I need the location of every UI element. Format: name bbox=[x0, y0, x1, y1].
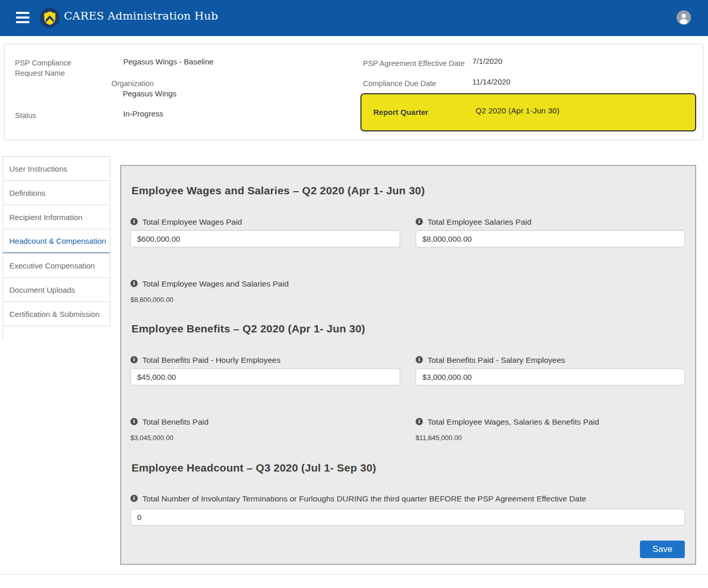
field-total-wages-salaries-benefits: i Total Employee Wages, Salaries & Benef… bbox=[416, 416, 685, 442]
menu-icon[interactable] bbox=[16, 12, 29, 23]
sidebar-item-user-instructions[interactable]: User Instructions bbox=[3, 156, 110, 181]
total-wages-salaries-paid-value: $8,600,000.00 bbox=[130, 296, 400, 304]
status-label: Status bbox=[15, 110, 36, 121]
request-name-value: Pegasus Wings - Baseline bbox=[123, 57, 213, 66]
field-label: Total Benefits Paid - Hourly Employees bbox=[142, 355, 281, 365]
info-icon[interactable]: i bbox=[130, 418, 138, 425]
field-label: Total Employee Wages, Salaries & Benefit… bbox=[427, 416, 599, 427]
field-total-benefits-paid: i Total Benefits Paid $3,045,000.00 bbox=[130, 416, 400, 442]
save-button[interactable]: Save bbox=[640, 541, 685, 558]
sidebar-item-headcount-compensation[interactable]: Headcount & Compensation bbox=[3, 229, 110, 254]
app-header: CARES Administration Hub bbox=[0, 0, 708, 36]
benefits-section-heading: Employee Benefits – Q2 2020 (Apr 1- Jun … bbox=[131, 323, 365, 335]
sidebar-item-label: Certification & Submission bbox=[9, 310, 100, 318]
info-icon[interactable]: i bbox=[130, 495, 138, 502]
benefits-hourly-input[interactable] bbox=[130, 368, 400, 385]
benefits-salary-input[interactable] bbox=[416, 368, 685, 385]
field-label: Total Number of Involuntary Terminations… bbox=[142, 492, 586, 506]
field-label: Total Employee Wages Paid bbox=[142, 216, 242, 227]
field-benefits-hourly: i Total Benefits Paid - Hourly Employees bbox=[130, 355, 400, 385]
sidebar-edge bbox=[3, 326, 110, 340]
field-label: Total Benefits Paid bbox=[142, 416, 208, 427]
info-icon[interactable]: i bbox=[416, 418, 423, 425]
field-label: Total Employee Wages and Salaries Paid bbox=[142, 278, 289, 289]
total-employee-salaries-paid-input[interactable] bbox=[416, 230, 685, 247]
sidebar-item-definitions[interactable]: Definitions bbox=[3, 180, 110, 205]
total-benefits-paid-value: $3,045,000.00 bbox=[130, 434, 400, 442]
sidebar-item-certification-submission[interactable]: Certification & Submission bbox=[3, 301, 110, 326]
sidebar-item-label: User Instructions bbox=[9, 164, 68, 173]
info-icon[interactable]: i bbox=[130, 356, 138, 363]
field-benefits-salary: i Total Benefits Paid - Salary Employees bbox=[416, 355, 685, 385]
field-total-employee-salaries-paid: i Total Employee Salaries Paid bbox=[416, 216, 685, 247]
info-icon[interactable]: i bbox=[416, 356, 423, 363]
sidebar-item-label: Document Uploads bbox=[9, 285, 75, 294]
info-icon[interactable]: i bbox=[130, 218, 138, 225]
sidebar-item-recipient-information[interactable]: Recipient Information bbox=[3, 205, 110, 229]
compliance-summary-panel: PSP Compliance Request Name Pegasus Wing… bbox=[4, 44, 703, 140]
due-date-label: Compliance Due Date bbox=[363, 78, 436, 89]
effective-date-label: PSP Agreement Effective Date bbox=[363, 58, 465, 69]
total-wages-salaries-benefits-value: $11,645,000.00 bbox=[416, 434, 685, 442]
sidebar-item-label: Definitions bbox=[9, 189, 45, 197]
report-quarter-highlight: Report Quarter Q2 2020 (Apr 1-Jun 30) bbox=[360, 93, 696, 131]
sidebar-item-label: Headcount & Compensation bbox=[9, 237, 106, 245]
effective-date-value: 7/1/2020 bbox=[472, 57, 502, 65]
status-value: In-Progress bbox=[123, 109, 163, 118]
sidebar-nav: User Instructions Definitions Recipient … bbox=[3, 156, 110, 340]
headcount-section-heading: Employee Headcount – Q3 2020 (Jul 1- Sep… bbox=[131, 462, 376, 474]
app-title: CARES Administration Hub bbox=[64, 10, 218, 22]
sidebar-item-executive-compensation[interactable]: Executive Compensation bbox=[3, 253, 110, 278]
due-date-value: 11/14/2020 bbox=[472, 77, 511, 86]
sidebar-item-label: Executive Compensation bbox=[9, 261, 95, 270]
bottom-divider bbox=[0, 574, 708, 575]
field-involuntary-terminations: i Total Number of Involuntary Terminatio… bbox=[130, 492, 685, 526]
user-avatar-icon[interactable] bbox=[677, 10, 691, 25]
organization-value: Pegasus Wings bbox=[123, 89, 176, 98]
app-logo-icon bbox=[40, 8, 60, 28]
field-total-employee-wages-paid: i Total Employee Wages Paid bbox=[130, 216, 400, 247]
total-employee-wages-paid-input[interactable] bbox=[130, 230, 400, 247]
report-quarter-value: Q2 2020 (Apr 1-Jun 30) bbox=[475, 106, 559, 115]
request-name-label: PSP Compliance Request Name bbox=[15, 58, 97, 78]
sidebar-item-document-uploads[interactable]: Document Uploads bbox=[3, 277, 110, 302]
organization-label: Organization bbox=[111, 78, 154, 89]
sidebar-item-label: Recipient Information bbox=[9, 213, 83, 222]
wages-section-heading: Employee Wages and Salaries – Q2 2020 (A… bbox=[131, 184, 425, 197]
report-quarter-label: Report Quarter bbox=[373, 108, 429, 116]
info-icon[interactable]: i bbox=[130, 280, 138, 287]
field-label: Total Benefits Paid - Salary Employees bbox=[427, 355, 565, 365]
field-total-wages-salaries-paid: i Total Employee Wages and Salaries Paid… bbox=[130, 278, 400, 304]
involuntary-terminations-input[interactable] bbox=[130, 509, 685, 526]
info-icon[interactable]: i bbox=[416, 218, 423, 225]
field-label: Total Employee Salaries Paid bbox=[427, 216, 532, 227]
headcount-compensation-form: Employee Wages and Salaries – Q2 2020 (A… bbox=[120, 165, 696, 565]
